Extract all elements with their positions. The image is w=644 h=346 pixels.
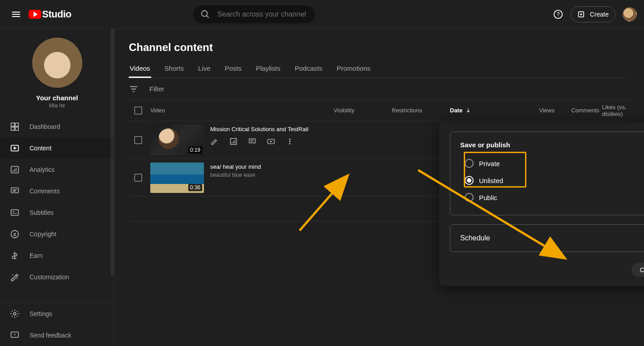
earn-icon	[10, 251, 20, 261]
comments-icon	[10, 186, 20, 196]
tab-shorts[interactable]: Shorts	[164, 60, 185, 78]
svg-point-13	[13, 312, 16, 315]
filter-bar: Filter	[129, 78, 630, 100]
svg-text:c: c	[13, 232, 16, 237]
sidebar-item-label: Copyright	[30, 231, 56, 238]
sidebar: Your channel Mia he Dashboard Content An…	[0, 29, 114, 346]
option-label: Private	[479, 160, 500, 167]
cancel-button[interactable]: Cancel	[631, 263, 644, 277]
sidebar-item-label: Analytics	[30, 166, 55, 173]
row-toolbar	[210, 137, 308, 146]
col-visibility[interactable]: Visibility	[334, 107, 392, 114]
col-restrictions[interactable]: Restrictions	[392, 107, 450, 114]
channel-label: Your channel	[7, 94, 107, 102]
svg-rect-6	[15, 127, 18, 130]
help-icon[interactable]: ?	[549, 5, 567, 23]
feedback-icon	[10, 330, 20, 340]
main: Channel content Videos Shorts Live Posts…	[114, 29, 644, 346]
sidebar-item-comments[interactable]: Comments	[0, 180, 114, 202]
row-checkbox[interactable]	[134, 174, 142, 182]
create-button[interactable]: Create	[571, 6, 615, 22]
channel-name: Mia he	[7, 103, 107, 109]
tab-promotions[interactable]: Promotions	[336, 60, 372, 78]
table-header: Video Visibility Restrictions Date Views…	[129, 100, 630, 121]
dashboard-icon	[10, 122, 20, 132]
video-title[interactable]: sea/ heal your mind	[210, 163, 261, 170]
visibility-option-unlisted[interactable]: Unlisted	[460, 172, 644, 189]
col-date[interactable]: Date	[450, 107, 517, 114]
filter-icon[interactable]	[129, 84, 139, 94]
create-icon	[577, 10, 586, 19]
sidebar-item-subtitles[interactable]: Subtitles	[0, 202, 114, 223]
page-title: Channel content	[129, 41, 630, 54]
search-icon	[200, 9, 210, 19]
video-thumbnail[interactable]: 0:19	[150, 125, 204, 155]
sidebar-item-feedback[interactable]: Send feedback	[0, 325, 114, 346]
sidebar-item-copyright[interactable]: c Copyright	[0, 223, 114, 245]
schedule-card[interactable]: Schedule	[450, 224, 644, 252]
svg-rect-4	[15, 123, 18, 126]
youtube-icon	[29, 10, 41, 19]
sidebar-item-label: Earn	[30, 252, 43, 259]
option-label: Public	[479, 194, 497, 201]
col-likes[interactable]: Likes (vs. dislikes)	[602, 104, 644, 117]
content-icon	[10, 143, 20, 153]
channel-avatar[interactable]	[32, 38, 82, 88]
hamburger-menu-icon[interactable]	[7, 5, 25, 23]
sidebar-item-label: Content	[30, 145, 51, 152]
svg-rect-10	[11, 210, 19, 216]
customization-icon	[10, 272, 20, 282]
col-views[interactable]: Views	[539, 107, 557, 114]
radio-icon	[465, 176, 474, 185]
sidebar-item-dashboard[interactable]: Dashboard	[0, 116, 114, 137]
visibility-option-private[interactable]: Private	[460, 155, 644, 172]
schedule-label: Schedule	[460, 234, 490, 242]
video-duration: 0:36	[188, 184, 202, 191]
edit-icon[interactable]	[210, 137, 219, 146]
sidebar-item-settings[interactable]: Settings	[0, 303, 114, 325]
select-all-checkbox[interactable]	[134, 107, 142, 115]
sidebar-item-analytics[interactable]: Analytics	[0, 159, 114, 180]
profile-avatar[interactable]	[623, 7, 637, 21]
play-on-youtube-icon[interactable]	[267, 137, 275, 146]
tab-live[interactable]: Live	[197, 60, 212, 78]
video-thumbnail[interactable]: 0:36	[150, 162, 204, 193]
save-publish-card: Save or publish Private Unlisted Public	[450, 132, 644, 215]
sidebar-item-earn[interactable]: Earn	[0, 245, 114, 266]
create-label: Create	[590, 11, 609, 18]
video-title[interactable]: Mission Critical Solutions and TestRail	[210, 126, 308, 132]
radio-icon	[465, 193, 474, 202]
channel-header: Your channel Mia he	[0, 29, 114, 112]
gear-icon	[10, 309, 20, 319]
svg-text:?: ?	[557, 11, 560, 17]
sidebar-item-label: Settings	[30, 310, 52, 317]
sidebar-nav: Dashboard Content Analytics Comments Sub…	[0, 116, 114, 288]
popover-title: Save or publish	[460, 141, 644, 149]
brand-name: Studio	[42, 9, 71, 20]
sort-down-icon	[465, 107, 471, 114]
tab-videos[interactable]: Videos	[129, 60, 151, 78]
copyright-icon: c	[10, 229, 20, 239]
visibility-option-public[interactable]: Public	[460, 189, 644, 206]
svg-rect-16	[249, 139, 255, 143]
subtitles-icon	[10, 208, 20, 218]
sidebar-item-label: Send feedback	[30, 332, 71, 339]
sidebar-item-label: Customization	[30, 273, 69, 281]
topbar: Studio ? Create	[0, 0, 644, 29]
studio-logo[interactable]: Studio	[29, 9, 71, 20]
col-comments[interactable]: Comments	[571, 107, 602, 114]
tab-posts[interactable]: Posts	[224, 60, 242, 78]
svg-point-18	[289, 138, 291, 140]
analytics-icon[interactable]	[229, 137, 238, 146]
search-bar[interactable]	[193, 5, 315, 23]
sidebar-item-customization[interactable]: Customization	[0, 266, 114, 288]
filter-placeholder[interactable]: Filter	[149, 85, 164, 93]
row-checkbox[interactable]	[134, 136, 142, 144]
tab-playlists[interactable]: Playlists	[255, 60, 281, 78]
tab-podcasts[interactable]: Podcasts	[294, 60, 323, 78]
more-icon[interactable]	[285, 137, 294, 146]
search-input[interactable]	[216, 10, 308, 19]
comments-icon[interactable]	[248, 137, 257, 146]
video-description: beautiful blue ease	[210, 172, 261, 178]
sidebar-item-content[interactable]: Content	[0, 137, 114, 159]
